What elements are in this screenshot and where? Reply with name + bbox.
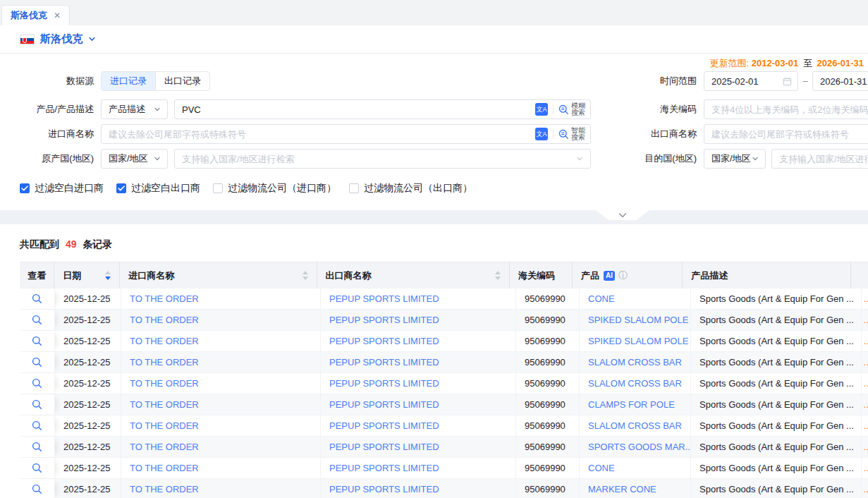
importer-link[interactable]: TO THE ORDER xyxy=(130,293,199,304)
column-header-importer[interactable]: 进口商名称 xyxy=(120,262,317,289)
date-cell: 2025-12-25 xyxy=(55,415,121,436)
exporter-link[interactable]: PEPUP SPORTS LIMITED xyxy=(329,399,439,410)
view-cell xyxy=(20,437,55,457)
exporter-link[interactable]: PEPUP SPORTS LIMITED xyxy=(329,420,439,431)
importer-field: 文A 智能搜索 xyxy=(101,124,591,144)
close-tab-icon[interactable]: ✕ xyxy=(54,11,61,20)
importer-link[interactable]: TO THE ORDER xyxy=(130,357,199,368)
importer-link[interactable]: TO THE ORDER xyxy=(130,463,199,473)
product-link[interactable]: SPORTS GOODS MAR... xyxy=(588,442,691,452)
product-link[interactable]: SLALOM CROSS BAR xyxy=(588,420,682,431)
clipped-cell: … xyxy=(862,437,868,457)
smart-search-button[interactable]: 智能搜索 xyxy=(558,127,585,141)
column-header-date[interactable]: 日期 xyxy=(54,262,120,289)
view-record-button[interactable] xyxy=(30,418,45,434)
importer-link[interactable]: TO THE ORDER xyxy=(130,336,199,346)
checkbox-checked-icon[interactable] xyxy=(20,183,30,193)
translate-icon[interactable]: 文A xyxy=(535,128,548,140)
filter-checkbox[interactable]: 过滤物流公司（进口商） xyxy=(213,182,336,195)
view-record-button[interactable] xyxy=(30,355,45,370)
chevron-down-icon[interactable] xyxy=(88,35,96,43)
view-record-button[interactable] xyxy=(30,461,45,476)
product-cell: SLALOM CROSS BAR xyxy=(580,415,691,436)
filter-checkbox[interactable]: 过滤空白进口商 xyxy=(20,182,104,195)
view-record-button[interactable] xyxy=(30,334,45,349)
product-link[interactable]: CONE xyxy=(588,293,615,304)
chevron-down-icon xyxy=(752,155,759,162)
date-to-input[interactable] xyxy=(813,76,868,87)
view-cell xyxy=(20,479,55,498)
importer-link[interactable]: TO THE ORDER xyxy=(130,378,199,389)
clipped-cell: … xyxy=(862,394,868,415)
exporter-link[interactable]: PEPUP SPORTS LIMITED xyxy=(329,378,439,389)
importer-link[interactable]: TO THE ORDER xyxy=(130,484,199,494)
checkbox-unchecked-icon[interactable] xyxy=(213,183,223,193)
results-count-title: 共匹配到 49 条记录 xyxy=(20,238,112,251)
product-link[interactable]: SPIKED SLALOM POLE xyxy=(588,336,688,346)
filter-checkbox[interactable]: 过滤空白出口商 xyxy=(116,182,200,195)
table-row: 2025-12-25TO THE ORDERPEPUP SPORTS LIMIT… xyxy=(20,331,868,352)
view-record-button[interactable] xyxy=(30,312,45,328)
data-source-label: 数据源 xyxy=(0,71,94,91)
destination-country-input[interactable] xyxy=(772,154,868,164)
date-from-input[interactable] xyxy=(704,76,783,87)
translate-icon[interactable]: 文A xyxy=(535,103,548,116)
chevron-down-icon[interactable] xyxy=(576,155,583,162)
exporter-cell: PEPUP SPORTS LIMITED xyxy=(321,437,516,457)
date-from-field xyxy=(704,71,798,91)
importer-link[interactable]: TO THE ORDER xyxy=(130,442,199,452)
tab-export-records[interactable]: 出口记录 xyxy=(155,72,209,90)
calendar-icon[interactable] xyxy=(783,77,797,86)
view-record-button[interactable] xyxy=(30,376,45,391)
hs-code-input[interactable] xyxy=(704,104,868,115)
view-record-button[interactable] xyxy=(30,291,45,307)
importer-link[interactable]: TO THE ORDER xyxy=(130,399,199,410)
product-link[interactable]: MARKER CONE xyxy=(588,484,656,494)
product-link[interactable]: SLALOM CROSS BAR xyxy=(588,357,682,368)
exporter-link[interactable]: PEPUP SPORTS LIMITED xyxy=(329,484,439,494)
product-link[interactable]: CLAMPS FOR POLE xyxy=(588,399,675,410)
filter-checkbox[interactable]: 过滤物流公司（出口商） xyxy=(349,182,472,195)
product-link[interactable]: SPIKED SLALOM POLE xyxy=(588,315,688,325)
destination-type-select[interactable]: 国家/地区 xyxy=(704,149,766,169)
view-record-button[interactable] xyxy=(30,482,45,497)
tab-import-records[interactable]: 进口记录 xyxy=(102,72,155,90)
exporter-link[interactable]: PEPUP SPORTS LIMITED xyxy=(329,357,439,368)
flag-emblem xyxy=(23,37,27,43)
magnifier-icon xyxy=(32,378,42,389)
exporter-link[interactable]: PEPUP SPORTS LIMITED xyxy=(329,336,439,346)
date-cell: 2025-12-25 xyxy=(55,373,121,394)
origin-type-select[interactable]: 国家/地区 xyxy=(101,149,168,169)
sort-icon-date[interactable] xyxy=(99,271,111,280)
importer-link[interactable]: TO THE ORDER xyxy=(130,420,199,431)
sort-icon-importer[interactable] xyxy=(297,271,308,280)
view-record-button[interactable] xyxy=(30,397,45,413)
exporter-cell: PEPUP SPORTS LIMITED xyxy=(321,331,516,351)
truncated-marker: … xyxy=(863,379,868,389)
checkbox-checked-icon[interactable] xyxy=(116,183,126,193)
product-link[interactable]: CONE xyxy=(588,463,615,473)
column-header-exporter[interactable]: 出口商名称 xyxy=(317,262,510,289)
info-icon[interactable]: ⓘ xyxy=(618,271,628,280)
exporter-link[interactable]: PEPUP SPORTS LIMITED xyxy=(329,442,439,452)
product-link[interactable]: SLALOM CROSS BAR xyxy=(588,378,682,389)
product-search-input[interactable] xyxy=(175,104,535,115)
checkbox-unchecked-icon[interactable] xyxy=(349,183,359,193)
exporter-link[interactable]: PEPUP SPORTS LIMITED xyxy=(329,315,439,325)
column-header-clipped xyxy=(851,262,868,289)
origin-type-select-value: 国家/地区 xyxy=(109,152,148,165)
fuzzy-search-button[interactable]: 模糊搜索 xyxy=(558,102,585,116)
country-tab[interactable]: 斯洛伐克 ✕ xyxy=(1,5,70,25)
origin-country-input[interactable] xyxy=(175,154,576,164)
product-type-select[interactable]: 产品描述 xyxy=(101,99,168,119)
exporter-cell: PEPUP SPORTS LIMITED xyxy=(321,394,516,415)
hs-code-cell: 95069990 xyxy=(516,310,580,330)
exporter-link[interactable]: PEPUP SPORTS LIMITED xyxy=(329,293,439,304)
exporter-link[interactable]: PEPUP SPORTS LIMITED xyxy=(329,463,439,473)
exporter-input[interactable] xyxy=(704,129,868,140)
importer-link[interactable]: TO THE ORDER xyxy=(130,315,199,325)
truncated-marker: … xyxy=(863,442,868,452)
importer-input[interactable] xyxy=(102,129,535,140)
view-record-button[interactable] xyxy=(30,439,45,455)
sort-icon-exporter[interactable] xyxy=(489,271,501,280)
